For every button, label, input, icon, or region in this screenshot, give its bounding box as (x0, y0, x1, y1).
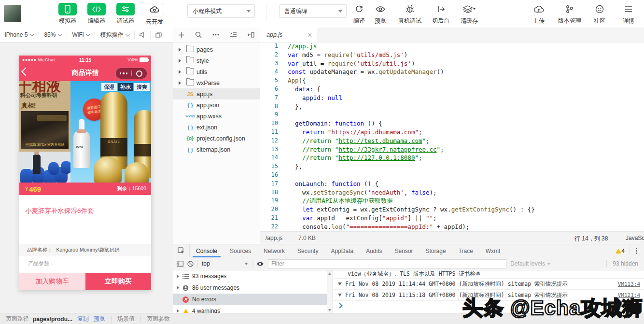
mode-select[interactable]: 小程序模式 (187, 4, 255, 18)
code-line[interactable]: 19 //调用API从本地缓存中获取数据 (260, 197, 644, 205)
console-log-row[interactable]: Fri Nov 08 2019 11:15:18 GMT+0800 (新加坡标准… (333, 290, 644, 301)
console-log-row[interactable]: Fri Nov 08 2019 11:14:44 GMT+0800 (新加坡标准… (333, 279, 644, 290)
expand-caret-icon[interactable] (179, 48, 181, 52)
page-params-label[interactable]: 页面参数 (147, 315, 170, 323)
file-tree-item[interactable]: pages (173, 44, 260, 55)
code-line[interactable]: 11 return "https://api.dbumama.com"; (260, 128, 644, 137)
devtools-tab-wxml[interactable]: Wxml (479, 244, 506, 257)
editor-toggle-button[interactable]: 编辑器 (83, 3, 110, 25)
file-tree-item[interactable]: {o}project.config.json (173, 133, 260, 144)
product-image[interactable]: 干相液 科公司考察科研 真相! 恒温25-30℃的室内养殖场 (19, 81, 151, 183)
community-button[interactable]: 社区 (587, 3, 612, 25)
line-number[interactable]: 6 (260, 85, 278, 94)
console-filter-user[interactable]: 86 user messages (173, 282, 333, 294)
code-line[interactable]: 17 onLaunch: function () { (260, 180, 644, 188)
float-window-icon[interactable] (151, 28, 167, 42)
line-number[interactable]: 16 (260, 171, 278, 180)
preview-path-link[interactable]: 预览 (94, 315, 105, 323)
more-menu-button[interactable] (116, 72, 131, 74)
line-number[interactable]: 20 (260, 205, 278, 214)
code-line[interactable]: 15 }, (260, 162, 644, 171)
source-location-link[interactable]: VM121:4 (612, 292, 640, 298)
copy-path-link[interactable]: 复制 (77, 315, 89, 323)
devtools-tab-audits[interactable]: Audits (360, 244, 388, 257)
file-tree-item[interactable]: { }ext.json (173, 122, 260, 133)
expand-caret-icon[interactable] (179, 59, 181, 63)
inspect-element-icon[interactable] (173, 244, 190, 257)
line-number[interactable]: 3 (260, 59, 278, 68)
code-line[interactable]: 3var util = require('utils/util.js') (260, 59, 644, 68)
code-line[interactable]: 12 //return "http://test.dbumama.com"; (260, 137, 644, 145)
line-number[interactable]: 17 (260, 180, 278, 188)
file-tree-item[interactable]: utils (173, 66, 260, 77)
file-tree-item[interactable]: JSapp.js (173, 88, 260, 99)
add-to-cart-button[interactable]: 加入购物车 (19, 273, 85, 290)
code-line[interactable]: 1//app.js (260, 42, 644, 51)
page-path-value[interactable]: pages/produ... (33, 316, 72, 323)
sort-icon[interactable] (230, 32, 237, 38)
simulate-actions-select[interactable]: 模拟操作 (95, 28, 134, 42)
line-number[interactable]: 15 (260, 162, 278, 171)
scene-value-label[interactable]: 场景值 (117, 315, 135, 323)
code-area[interactable]: 1//app.js2var md5 = require('utils/md5.j… (260, 42, 644, 231)
devtools-tab-network[interactable]: Network (257, 244, 291, 257)
file-tree-item[interactable]: wxParse (173, 77, 260, 88)
line-number[interactable]: 2 (260, 51, 278, 59)
line-number[interactable]: 9 (260, 111, 278, 119)
params-row[interactable]: 产品参数： (19, 256, 151, 270)
simulator-toggle-button[interactable]: 模拟器 (54, 3, 81, 25)
line-number[interactable]: 7 (260, 94, 278, 102)
line-number[interactable]: 18 (260, 188, 278, 197)
code-line[interactable]: 20 let extConfig = wx.getExtConfigSync ?… (260, 205, 644, 214)
file-tree-item[interactable]: wxssapp.wxss (173, 111, 260, 122)
line-number[interactable]: 21 (260, 214, 278, 223)
remote-debug-button[interactable]: 真机调试 (396, 3, 423, 25)
preview-button[interactable]: 预览 (368, 3, 393, 25)
code-line[interactable]: 4const updateManager = wx.getUpdateManag… (260, 68, 644, 76)
collapse-panel-icon[interactable] (248, 32, 254, 38)
line-number[interactable]: 8 (260, 102, 278, 111)
add-file-icon[interactable] (178, 32, 184, 38)
devtools-menu-icon[interactable] (630, 247, 639, 255)
switch-background-button[interactable]: 切后台 (427, 3, 454, 25)
code-line[interactable]: 6 data: { (260, 85, 644, 94)
code-line[interactable]: 22 console.log("================appId:" … (260, 223, 644, 231)
sidebar-scrollbar[interactable] (327, 270, 333, 313)
line-number[interactable]: 12 (260, 137, 278, 145)
version-control-button[interactable]: 版本管理 (553, 3, 586, 25)
devtools-tab-appdata[interactable]: AppData (324, 244, 360, 257)
cursor-position[interactable]: 行 14，列 38 (574, 235, 608, 243)
clear-cache-button[interactable]: 清缓存 (456, 3, 483, 25)
code-line[interactable]: 5App({ (260, 76, 644, 85)
collapse-triangle-icon[interactable] (338, 294, 342, 296)
code-line[interactable]: 7 appId: null (260, 94, 644, 102)
search-icon[interactable] (195, 31, 202, 38)
line-number[interactable]: 10 (260, 119, 278, 128)
line-number[interactable]: 5 (260, 76, 278, 85)
zoom-select[interactable]: 85% (39, 28, 67, 42)
code-line[interactable]: 16 (260, 171, 644, 180)
devtools-tab-console[interactable]: Console (190, 244, 224, 257)
more-options-icon[interactable] (212, 34, 219, 36)
sound-icon[interactable] (135, 28, 150, 42)
console-log-area[interactable]: view（业务域名）、TLS 版本以及 HTTPS 证书检查Fri Nov 08… (333, 270, 644, 313)
details-button[interactable]: 详情 (616, 3, 641, 25)
context-select[interactable]: top (202, 260, 248, 267)
devtools-tab-sensor[interactable]: Sensor (389, 244, 420, 257)
log-levels-select[interactable]: Default levels (510, 260, 551, 267)
line-number[interactable]: 1 (260, 42, 278, 51)
code-line[interactable]: 14 //return "http://127.0.0.1:8080"; (260, 154, 644, 162)
console-filter-warning[interactable]: 4 warnings (173, 305, 333, 313)
line-number[interactable]: 11 (260, 128, 278, 137)
debugger-toggle-button[interactable]: 调试器 (112, 3, 139, 25)
code-line[interactable]: 13 //return "http://33gkr7.natappfree.cc… (260, 145, 644, 154)
console-prompt[interactable] (333, 301, 644, 310)
line-number[interactable]: 14 (260, 154, 278, 162)
code-line[interactable]: 8 }, (260, 102, 644, 111)
console-filter-error[interactable]: ✕No errors (173, 294, 333, 305)
language-mode[interactable]: JavaScript (626, 235, 644, 241)
line-number[interactable]: 19 (260, 197, 278, 205)
collapse-triangle-icon[interactable] (338, 282, 342, 285)
source-location-link[interactable]: VM113:4 (612, 281, 640, 287)
file-tree-item[interactable]: style (173, 55, 260, 66)
